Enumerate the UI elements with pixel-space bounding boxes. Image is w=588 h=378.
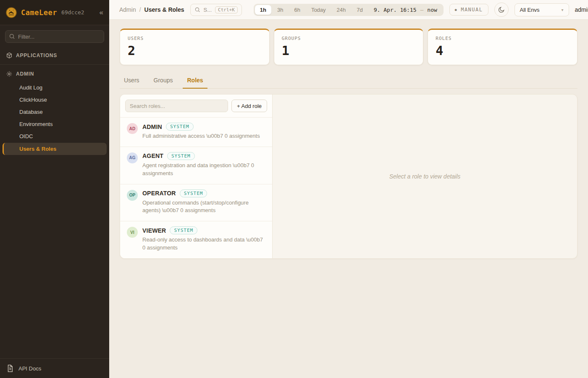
main-area: Admin / Users & Roles S... Ctrl+K 1h 3h … [109, 0, 588, 378]
time-range-today[interactable]: Today [306, 5, 331, 15]
sidebar-item-environments[interactable]: Environments [3, 118, 107, 130]
stat-label: GROUPS [282, 36, 416, 41]
time-to: now [427, 7, 437, 13]
sidebar-item-database[interactable]: Database [3, 106, 107, 118]
add-role-button[interactable]: + Add role [231, 100, 267, 112]
breadcrumb-separator: / [139, 6, 141, 13]
applications-label: APPLICATIONS [16, 52, 57, 58]
role-list-item-operator[interactable]: OP OPERATOR SYSTEM Operational commands … [120, 184, 272, 221]
role-name: ADMIN [142, 123, 162, 130]
tab-roles[interactable]: Roles [183, 74, 207, 89]
sidebar-section-admin[interactable]: ADMIN [0, 66, 109, 81]
role-list-item-admin[interactable]: AD ADMIN SYSTEM Full administrative acce… [120, 117, 272, 147]
role-name: VIEWER [142, 227, 166, 234]
search-placeholder-text: S... [204, 7, 212, 13]
role-avatar: AG [127, 152, 138, 163]
role-description: Operational commands (start/stop/configu… [142, 199, 265, 215]
content: USERS 2 GROUPS 1 ROLES 4 Users Groups Ro… [109, 20, 588, 268]
system-badge: SYSTEM [166, 123, 194, 131]
tab-bar: Users Groups Roles [120, 74, 578, 89]
filter-input[interactable] [5, 30, 104, 43]
sidebar-filter [5, 30, 104, 43]
stat-value: 4 [436, 43, 570, 58]
system-badge: SYSTEM [180, 189, 207, 197]
role-description: Full administrative access \u00b7 0 assi… [142, 132, 260, 140]
stat-label: USERS [128, 36, 262, 41]
system-badge: SYSTEM [170, 226, 197, 234]
time-range-1h[interactable]: 1h [255, 5, 271, 15]
stat-card-roles: ROLES 4 [428, 29, 578, 65]
brand-logo-icon [6, 7, 17, 18]
stat-cards: USERS 2 GROUPS 1 ROLES 4 [120, 29, 578, 65]
sidebar-item-oidc[interactable]: OIDC [3, 131, 107, 142]
stat-card-groups: GROUPS 1 [274, 29, 424, 65]
topbar: Admin / Users & Roles S... Ctrl+K 1h 3h … [109, 0, 588, 20]
stat-value: 2 [128, 43, 262, 58]
sidebar-collapse-icon[interactable]: « [100, 9, 103, 16]
sidebar-item-audit-log[interactable]: Audit Log [3, 82, 107, 93]
roles-panel: + Add role AD ADMIN SYSTEM Full administ… [120, 94, 578, 259]
tab-groups[interactable]: Groups [150, 74, 177, 88]
search-icon [194, 7, 200, 13]
sidebar-header: CameLeer 69dcce2 « [0, 0, 109, 25]
tab-users[interactable]: Users [120, 74, 144, 88]
moon-icon [498, 6, 505, 13]
sidebar-item-users-roles[interactable]: Users & Roles [3, 143, 107, 155]
time-range-display[interactable]: 9. Apr. 16:15 — now [369, 5, 442, 15]
theme-toggle-button[interactable] [494, 3, 509, 17]
gear-icon [6, 71, 13, 77]
document-icon [7, 365, 13, 372]
role-description: Read-only access to dashboards and data … [142, 236, 265, 252]
time-range-segmented: 1h 3h 6h Today 24h 7d 9. Apr. 16:15 — no… [254, 4, 444, 16]
stat-card-users: USERS 2 [120, 29, 270, 65]
sidebar-section-applications[interactable]: APPLICATIONS [0, 48, 109, 63]
sidebar-divider [0, 64, 109, 65]
role-name: OPERATOR [142, 190, 176, 197]
time-from: 9. Apr. 16:15 [374, 7, 417, 13]
role-avatar: AD [127, 123, 138, 134]
user-chip: admin AD [575, 3, 588, 16]
stat-value: 1 [282, 43, 416, 58]
api-docs-label: API Docs [18, 365, 41, 372]
refresh-mode-badge[interactable]: ● MANUAL [449, 4, 488, 16]
chevron-down-icon: ▾ [561, 8, 563, 12]
global-search-button[interactable]: S... Ctrl+K [190, 4, 242, 16]
breadcrumb: Admin / Users & Roles [119, 6, 184, 13]
breadcrumb-parent[interactable]: Admin [119, 6, 136, 13]
role-list-item-viewer[interactable]: VI VIEWER SYSTEM Read-only access to das… [120, 221, 272, 258]
admin-label: ADMIN [16, 71, 34, 77]
role-list-item-agent[interactable]: AG AGENT SYSTEM Agent registration and d… [120, 147, 272, 184]
brand-name: CameLeer [21, 8, 57, 17]
refresh-mode-label: MANUAL [461, 7, 483, 13]
user-name: admin [575, 6, 588, 13]
env-select-value: All Envs [520, 7, 540, 13]
sidebar-item-clickhouse[interactable]: ClickHouse [3, 94, 107, 105]
breadcrumb-current: Users & Roles [144, 6, 184, 13]
api-docs-link[interactable]: API Docs [0, 358, 109, 378]
search-icon [9, 33, 15, 39]
roles-toolbar: + Add role [120, 94, 272, 117]
time-range-6h[interactable]: 6h [289, 5, 305, 15]
time-range-3h[interactable]: 3h [272, 5, 288, 15]
system-badge: SYSTEM [167, 152, 195, 160]
admin-nav: Audit Log ClickHouse Database Environmen… [0, 81, 109, 156]
role-name: AGENT [142, 152, 163, 159]
brand-version: 69dcce2 [61, 9, 84, 16]
role-detail-panel: Select a role to view details [273, 94, 577, 258]
sidebar: CameLeer 69dcce2 « APPLICATIONS ADMIN Au… [0, 0, 109, 378]
search-shortcut-kbd: Ctrl+K [215, 6, 238, 13]
env-select[interactable]: All Envs ▾ [514, 3, 569, 16]
status-dot-icon: ● [455, 8, 457, 12]
cube-icon [6, 52, 13, 59]
roles-search-input[interactable] [125, 100, 228, 112]
empty-state-text: Select a role to view details [389, 173, 461, 180]
role-description: Agent registration and data ingestion \u… [142, 162, 265, 178]
role-avatar: VI [127, 227, 138, 238]
stat-label: ROLES [436, 36, 570, 41]
role-avatar: OP [127, 190, 138, 201]
time-range-7d[interactable]: 7d [352, 5, 368, 15]
time-range-24h[interactable]: 24h [332, 5, 351, 15]
time-separator: — [420, 7, 424, 13]
roles-list-column: + Add role AD ADMIN SYSTEM Full administ… [120, 94, 273, 258]
